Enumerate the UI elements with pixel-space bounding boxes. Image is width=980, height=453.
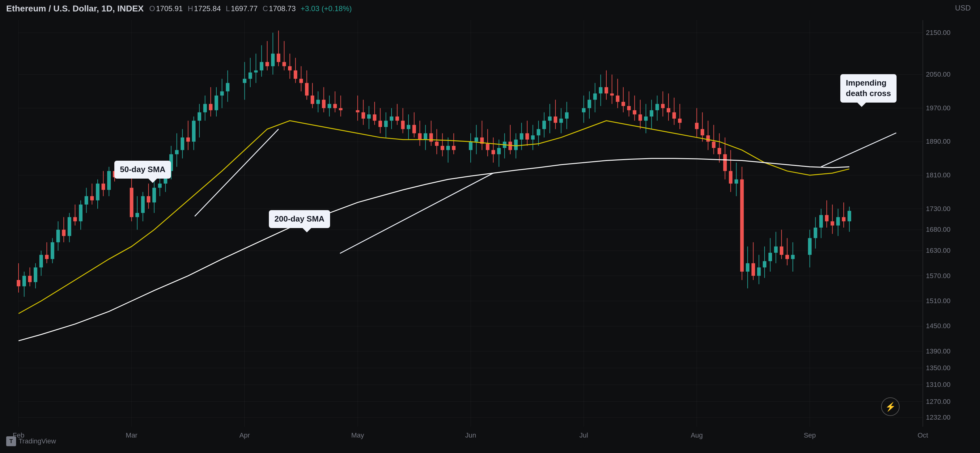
close-price: C1708.73 (263, 4, 296, 13)
low-price: L1697.77 (226, 4, 258, 13)
tv-label: TradingView (19, 437, 56, 445)
high-price: H1725.84 (188, 4, 221, 13)
sma200-annotation: 200-day SMA (269, 210, 330, 228)
tv-icon: T (6, 436, 16, 446)
price-change: +3.03 (+0.18%) (301, 4, 352, 13)
open-price: O1705.91 (149, 4, 183, 13)
pair-name: Ethereum / U.S. Dollar, 1D, INDEX (6, 4, 144, 14)
chart-header: Ethereum / U.S. Dollar, 1D, INDEX O1705.… (6, 4, 352, 14)
flash-icon: ⚡ (881, 397, 900, 416)
sma50-annotation: 50-day SMA (115, 161, 171, 179)
death-cross-annotation: Impendingdeath cross (840, 74, 897, 103)
price-chart (0, 0, 980, 453)
ohlc-data: O1705.91 H1725.84 L1697.77 C1708.73 +3.0… (149, 4, 352, 13)
tradingview-logo: T TradingView (6, 436, 56, 446)
currency-label: USD (955, 4, 971, 12)
